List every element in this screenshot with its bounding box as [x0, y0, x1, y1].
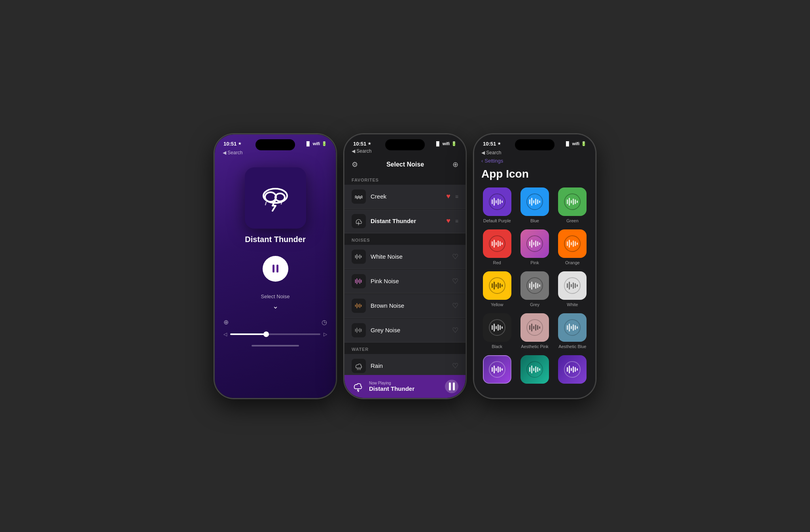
select-noise-header: ⚙ Select Noise ⊕	[344, 157, 466, 174]
icon-item-green[interactable]: Green	[557, 187, 588, 223]
favorites-section-header: FAVORITES	[344, 174, 466, 185]
select-noise-chevron[interactable]: ⌄	[215, 302, 336, 310]
svg-rect-7	[358, 256, 359, 258]
creek-favorite-icon[interactable]: ♥	[446, 192, 450, 201]
svg-rect-16	[357, 303, 358, 308]
now-playing-bar[interactable]: Now Playing Distant Thunder	[344, 375, 466, 398]
svg-rect-8	[360, 254, 360, 259]
white-noise-wave-icon	[354, 252, 363, 261]
svg-rect-107	[531, 324, 532, 331]
chevron-left-icon: ‹	[481, 158, 483, 164]
waveform-icon-gradient-purple	[487, 359, 507, 380]
airplay-icon[interactable]: ⊕	[223, 318, 229, 326]
icon-item-blue[interactable]: Blue	[519, 187, 550, 223]
icon-item-red[interactable]: Red	[481, 229, 513, 265]
svg-rect-65	[531, 240, 532, 248]
icon-item-aesthetic-pink[interactable]: Aesthetic Pink	[519, 313, 550, 349]
svg-rect-125	[502, 368, 503, 371]
distant-thunder-favorite-icon[interactable]: ♥	[446, 217, 450, 225]
svg-rect-37	[494, 198, 495, 206]
status-icons-2: ▐▌ wifi 🔋	[435, 141, 457, 146]
svg-rect-111	[539, 326, 540, 329]
list-item[interactable]: Creek ♥ ≡	[344, 185, 466, 209]
status-time-3: 10:51	[483, 141, 496, 147]
svg-rect-58	[494, 240, 495, 248]
add-icon[interactable]: ⊕	[452, 160, 458, 169]
icon-item-gradient-purple[interactable]	[481, 355, 513, 386]
now-playing-pause-button[interactable]	[445, 380, 458, 393]
list-item[interactable]: Rain ♡	[344, 354, 466, 378]
distant-thunder-drag-icon[interactable]: ≡	[455, 218, 458, 224]
icon-item-aesthetic-blue[interactable]: Aesthetic Blue	[557, 313, 588, 349]
back-button-2[interactable]: ◀ Search	[352, 148, 371, 154]
volume-thumb[interactable]	[263, 331, 269, 337]
svg-rect-75	[575, 241, 576, 246]
icon-item-gradient-violet[interactable]	[557, 355, 588, 386]
icon-label-orange: Orange	[565, 260, 580, 265]
svg-rect-94	[571, 284, 572, 287]
back-button-1[interactable]: ◀ Search	[223, 150, 242, 155]
volume-track[interactable]	[230, 333, 320, 335]
volume-low-icon: ◁	[223, 331, 227, 337]
svg-rect-138	[575, 367, 576, 372]
icon-item-white[interactable]: White	[557, 271, 588, 307]
icon-item-yellow[interactable]: Yellow	[481, 271, 513, 307]
rain-heart-icon[interactable]: ♡	[452, 362, 458, 370]
svg-line-26	[359, 369, 359, 370]
svg-rect-108	[533, 326, 534, 329]
svg-rect-76	[577, 242, 578, 245]
dynamic-island-3	[515, 139, 555, 150]
icon-item-black[interactable]: Black	[481, 313, 513, 349]
star-icon-1: ★	[238, 142, 241, 146]
grey-noise-heart-icon[interactable]: ♡	[452, 326, 458, 335]
list-item[interactable]: Distant Thunder ♥ ≡	[344, 209, 466, 233]
pink-noise-label: Pink Noise	[371, 278, 447, 284]
list-item[interactable]: Brown Noise ♡	[344, 294, 466, 318]
rain-icon	[352, 359, 366, 373]
svg-rect-10	[355, 279, 356, 283]
sleep-timer-icon[interactable]: ◷	[322, 318, 327, 326]
svg-rect-62	[502, 242, 503, 245]
svg-rect-82	[500, 283, 501, 288]
now-playing-label: Now Playing	[369, 381, 440, 385]
creek-drag-icon[interactable]: ≡	[455, 193, 458, 200]
waveform-icon-yellow	[487, 275, 507, 296]
svg-rect-136	[571, 368, 572, 371]
list-item[interactable]: Grey Noise ♡	[344, 318, 466, 343]
list-item[interactable]: Pink Noise ♡	[344, 269, 466, 293]
back-button-3[interactable]: ◀ Search	[481, 150, 501, 155]
waveform-icon-green	[562, 191, 583, 212]
svg-rect-80	[496, 284, 497, 287]
volume-control[interactable]: ◁ ▷	[215, 331, 336, 337]
svg-rect-11	[357, 278, 358, 284]
svg-rect-101	[496, 326, 497, 329]
pause-bar-left-2	[449, 382, 451, 390]
home-indicator-1	[252, 345, 299, 346]
svg-rect-57	[492, 241, 493, 246]
icon-item-pink[interactable]: Pink	[519, 229, 550, 265]
pause-button[interactable]	[263, 256, 288, 282]
icon-item-grey[interactable]: Grey	[519, 271, 550, 307]
dynamic-island-1	[255, 139, 295, 150]
icon-label-pink: Pink	[530, 260, 539, 265]
icon-item-default-purple[interactable]: Default Purple	[481, 187, 513, 223]
icon-item-orange[interactable]: Orange	[557, 229, 588, 265]
play-button-area[interactable]	[215, 256, 336, 282]
icon-item-gradient-teal[interactable]	[519, 355, 550, 386]
svg-rect-38	[496, 200, 497, 203]
pink-noise-heart-icon[interactable]: ♡	[452, 277, 458, 286]
svg-rect-48	[539, 201, 540, 203]
star-icon-2: ★	[368, 142, 371, 146]
waveform-icon-aesthetic-blue	[562, 317, 583, 338]
icon-gradient-teal	[520, 355, 549, 384]
rain-cloud-icon	[354, 362, 363, 370]
brown-noise-heart-icon[interactable]: ♡	[452, 301, 458, 310]
icon-label-green: Green	[566, 218, 579, 223]
settings-gear-icon[interactable]: ⚙	[352, 160, 358, 169]
status-icons-3: ▐▌ wifi 🔋	[564, 141, 587, 146]
settings-back-button[interactable]: ‹ Settings	[474, 156, 595, 168]
svg-rect-66	[533, 242, 534, 245]
list-item[interactable]: White Noise ♡	[344, 245, 466, 269]
svg-rect-61	[500, 241, 501, 246]
white-noise-heart-icon[interactable]: ♡	[452, 252, 458, 261]
